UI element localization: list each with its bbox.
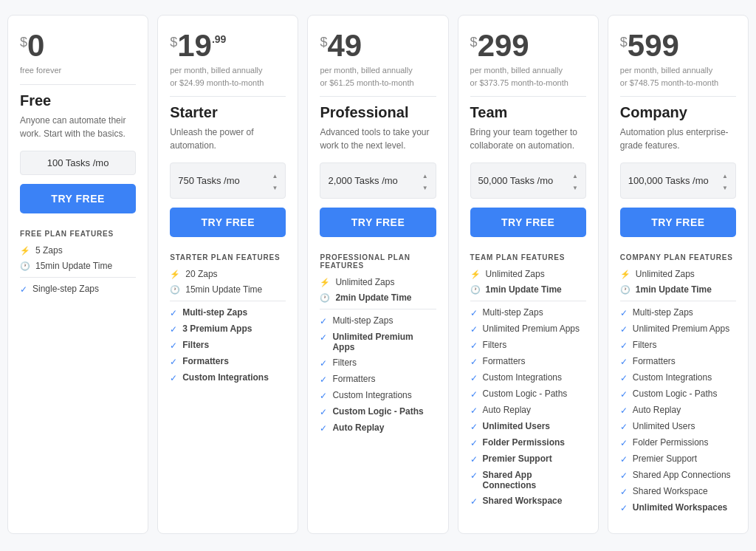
tasks-selector[interactable]: 100,000 Tasks /mo: [620, 162, 736, 199]
tasks-selector[interactable]: 750 Tasks /mo: [170, 162, 286, 199]
feature-label: Shared Workspace: [633, 486, 708, 496]
features-title: STARTER PLAN FEATURES: [170, 253, 286, 261]
tasks-label: 100,000 Tasks /mo: [628, 175, 709, 186]
feature-item: ✓Unlimited Premium Apps: [320, 332, 436, 352]
tasks-arrows[interactable]: [422, 169, 428, 192]
feature-item: ✓Formatters: [470, 356, 586, 367]
plan-name: Company: [620, 104, 736, 121]
feature-label: Multi-step Zaps: [483, 307, 543, 318]
currency-symbol: $: [170, 35, 177, 50]
check-icon: ✓: [470, 438, 478, 448]
feature-item: ✓Custom Integrations: [470, 372, 586, 383]
check-icon: ✓: [470, 389, 478, 400]
feature-label: Premier Support: [633, 454, 697, 464]
feature-label: Shared Workspace: [483, 496, 563, 506]
feature-label: Folder Permissions: [633, 437, 709, 448]
tasks-arrow-up[interactable]: [572, 169, 578, 180]
feature-item: ✓Multi-step Zaps: [320, 315, 436, 326]
feature-label: Filters: [332, 357, 357, 368]
price-amount: 19: [177, 30, 212, 61]
feature-label: Auto Replay: [332, 422, 384, 433]
tasks-arrow-up[interactable]: [422, 169, 428, 180]
divider: [470, 96, 586, 97]
plan-description: Anyone can automate their work. Start wi…: [20, 114, 136, 140]
tasks-arrow-up[interactable]: [722, 169, 728, 180]
try-free-button-professional[interactable]: TRY FREE: [320, 208, 436, 237]
feature-item: ✓Custom Logic - Paths: [620, 389, 736, 400]
feature-item: ✓Auto Replay: [620, 405, 736, 416]
feature-item: ✓Formatters: [620, 356, 736, 367]
feature-label: Custom Logic - Paths: [332, 406, 423, 417]
try-free-button-team[interactable]: TRY FREE: [470, 208, 586, 237]
check-icon: ✓: [470, 405, 478, 416]
plan-name: Professional: [320, 104, 436, 121]
price-amount: 49: [327, 30, 362, 61]
tasks-arrows[interactable]: [722, 169, 728, 192]
check-icon: ✓: [620, 324, 628, 335]
check-icon: ✓: [320, 423, 327, 434]
feature-item: ✓Filters: [170, 340, 286, 351]
feature-item: ✓Multi-step Zaps: [470, 307, 586, 318]
tasks-label: 750 Tasks /mo: [178, 175, 240, 186]
tasks-arrow-up[interactable]: [272, 169, 278, 180]
feature-label: Unlimited Premium Apps: [633, 324, 729, 334]
feature-item: ✓Folder Permissions: [470, 437, 586, 448]
features-title: COMPANY PLAN FEATURES: [620, 253, 736, 261]
price-amount: 599: [628, 30, 679, 61]
zap-count-item: ⚡Unlimited Zaps: [320, 277, 436, 287]
feature-item: ✓Shared App Connections: [620, 470, 736, 481]
zap-count-item: ⚡20 Zaps: [170, 269, 286, 279]
tasks-arrow-down[interactable]: [722, 181, 728, 192]
feature-item: ✓Premier Support: [470, 454, 586, 465]
check-icon: ✓: [320, 358, 327, 369]
feature-label: Formatters: [633, 356, 676, 366]
feature-item: ✓Shared Workspace: [470, 496, 586, 507]
tasks-label: 50,000 Tasks /mo: [478, 175, 554, 186]
currency-symbol: $: [620, 35, 628, 50]
update-time-value: 1min Update Time: [636, 284, 712, 295]
zap-value: Unlimited Zaps: [335, 277, 394, 287]
tasks-arrow-down[interactable]: [272, 181, 278, 192]
feature-item: ✓Unlimited Users: [470, 421, 586, 432]
tasks-arrows[interactable]: [572, 169, 578, 192]
features-title: TEAM PLAN FEATURES: [470, 253, 586, 261]
features-title: PROFESSIONAL PLAN FEATURES: [320, 253, 436, 270]
tasks-arrow-down[interactable]: [572, 181, 578, 192]
try-free-button-starter[interactable]: TRY FREE: [170, 208, 286, 237]
features-divider: [320, 309, 436, 309]
feature-label: Custom Integrations: [483, 372, 562, 383]
check-icon: ✓: [620, 340, 628, 351]
feature-label: Custom Integrations: [182, 372, 269, 383]
check-icon: ✓: [620, 389, 628, 400]
check-icon: ✓: [470, 357, 478, 367]
check-icon: ✓: [620, 422, 628, 432]
price-amount: 299: [478, 30, 529, 61]
try-free-button-company[interactable]: TRY FREE: [620, 208, 736, 237]
tasks-label: 100 Tasks /mo: [47, 157, 109, 168]
zap-value: 20 Zaps: [185, 269, 217, 279]
feature-label: Formatters: [483, 356, 526, 366]
tasks-selector[interactable]: 50,000 Tasks /mo: [470, 162, 586, 199]
tasks-arrows[interactable]: [272, 169, 278, 192]
check-icon: ✓: [620, 470, 628, 481]
check-icon: ✓: [320, 407, 327, 417]
try-free-button-free[interactable]: TRY FREE: [20, 184, 136, 213]
divider: [320, 96, 436, 97]
feature-item: ✓Custom Integrations: [320, 390, 436, 401]
check-icon: ✓: [170, 340, 177, 351]
feature-label: Auto Replay: [483, 405, 531, 415]
plan-name: Free: [20, 92, 136, 109]
feature-label: Shared App Connections: [483, 470, 586, 490]
feature-item: ✓Formatters: [170, 356, 286, 367]
check-icon: ✓: [620, 503, 628, 513]
tasks-arrow-down[interactable]: [422, 181, 428, 192]
price-period: per month, billed annually or $373.75 mo…: [470, 64, 586, 89]
features-divider: [20, 277, 136, 278]
plan-description: Bring your team together to collaborate …: [470, 126, 586, 152]
feature-item: ✓Custom Logic - Paths: [470, 389, 586, 400]
zap-icon: ⚡: [320, 278, 330, 287]
tasks-selector[interactable]: 2,000 Tasks /mo: [320, 162, 436, 199]
zap-icon: ⚡: [470, 270, 481, 279]
check-icon: ✓: [620, 373, 628, 383]
feature-item: ✓Formatters: [320, 374, 436, 385]
